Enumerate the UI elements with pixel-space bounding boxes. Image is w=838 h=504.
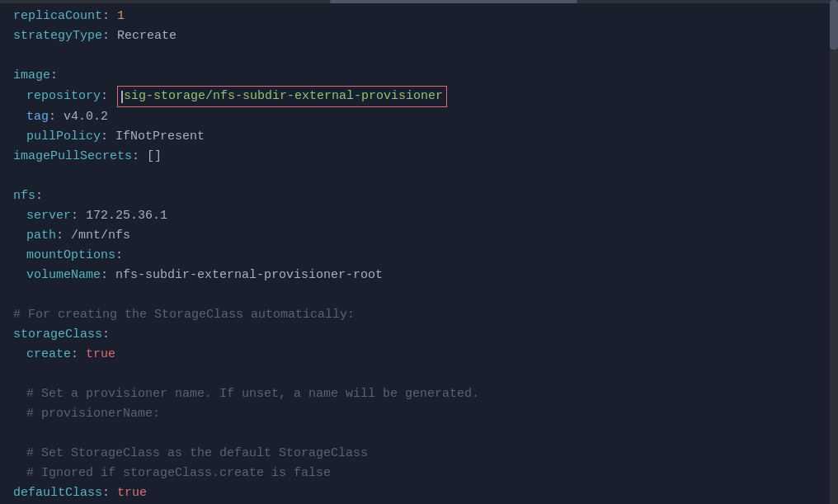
key: replicaCount bbox=[13, 7, 102, 26]
key: volumeName bbox=[26, 266, 101, 285]
editor-content: replicaCount: 1 strategyType: Recreate i… bbox=[0, 0, 838, 504]
code-line-comment: # provisionerName: bbox=[0, 404, 838, 424]
value: 172.25.36.1 bbox=[86, 206, 167, 226]
code-line: server: 172.25.36.1 bbox=[0, 206, 838, 226]
key: mountOptions bbox=[26, 246, 115, 266]
code-line: defaultClass: true bbox=[0, 483, 838, 503]
key: repository bbox=[26, 87, 101, 106]
highlighted-value: sig-storage/nfs-subdir-external-provisio… bbox=[117, 86, 447, 107]
text-cursor bbox=[121, 91, 123, 103]
code-line-comment: # For creating the StorageClass automati… bbox=[0, 305, 838, 325]
code-line: mountOptions: bbox=[0, 246, 838, 266]
comment-text: # provisionerName: bbox=[26, 404, 160, 424]
horizontal-scrollbar[interactable] bbox=[0, 0, 830, 3]
comment-text: # Set StorageClass as the default Storag… bbox=[26, 444, 368, 464]
key: storageClass bbox=[13, 325, 102, 345]
vertical-scrollbar[interactable] bbox=[830, 0, 838, 504]
value: Recreate bbox=[117, 26, 177, 46]
value: nfs-subdir-external-provisioner-root bbox=[115, 266, 383, 285]
horizontal-scrollbar-thumb[interactable] bbox=[330, 0, 577, 3]
key: image bbox=[13, 66, 50, 86]
key: nfs bbox=[13, 186, 35, 206]
code-line-empty bbox=[0, 424, 838, 444]
code-line-comment: # Set StorageClass as the default Storag… bbox=[0, 444, 838, 464]
code-line: pullPolicy: IfNotPresent bbox=[0, 127, 838, 147]
code-line-comment: # Set a provisioner name. If unset, a na… bbox=[0, 384, 838, 404]
value: sig-storage/nfs-subdir-external-provisio… bbox=[124, 89, 443, 103]
comment-text: # Set a provisioner name. If unset, a na… bbox=[26, 384, 479, 404]
key: strategyType bbox=[13, 26, 102, 46]
code-line-empty bbox=[0, 167, 838, 186]
code-line: volumeName: nfs-subdir-external-provisio… bbox=[0, 266, 838, 285]
code-line: storageClass: bbox=[0, 325, 838, 345]
code-line: nfs: bbox=[0, 186, 838, 206]
value: true bbox=[86, 345, 115, 365]
value: 1 bbox=[117, 7, 125, 26]
code-line: create: true bbox=[0, 345, 838, 365]
code-line: strategyType: Recreate bbox=[0, 26, 838, 46]
code-line-empty bbox=[0, 365, 838, 384]
code-line-empty bbox=[0, 46, 838, 66]
code-line: image: bbox=[0, 66, 838, 86]
key: defaultClass bbox=[13, 483, 102, 503]
code-line-comment: # Ignored if storageClass.create is fals… bbox=[0, 464, 838, 483]
comment-text: # Ignored if storageClass.create is fals… bbox=[26, 464, 331, 483]
key: pullPolicy bbox=[26, 127, 101, 147]
vertical-scrollbar-thumb[interactable] bbox=[830, 0, 838, 49]
code-line-empty bbox=[0, 285, 838, 305]
code-line: replicaCount: 1 bbox=[0, 7, 838, 26]
value: IfNotPresent bbox=[115, 127, 205, 147]
value: /mnt/nfs bbox=[71, 226, 130, 246]
key: path bbox=[26, 226, 56, 246]
code-line-highlighted: repository: sig-storage/nfs-subdir-exter… bbox=[0, 86, 838, 107]
value: v4.0.2 bbox=[64, 107, 108, 127]
key: create bbox=[26, 345, 71, 365]
key: server bbox=[26, 206, 71, 226]
code-line: imagePullSecrets: [] bbox=[0, 147, 838, 167]
code-line: path: /mnt/nfs bbox=[0, 226, 838, 246]
code-editor: replicaCount: 1 strategyType: Recreate i… bbox=[0, 0, 838, 504]
code-line: tag: v4.0.2 bbox=[0, 107, 838, 127]
comment-text: # For creating the StorageClass automati… bbox=[13, 305, 355, 325]
key: tag bbox=[26, 107, 49, 127]
key: imagePullSecrets bbox=[13, 147, 132, 167]
value: true bbox=[117, 483, 147, 503]
